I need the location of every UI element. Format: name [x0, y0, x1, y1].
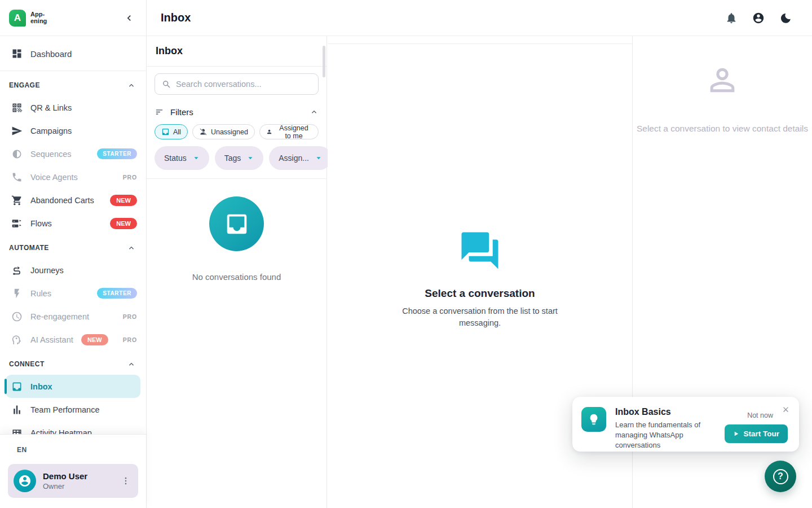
filters-section: Filters All Unassigned Assigned to me: [147, 100, 326, 179]
sidebar-item-qr-links[interactable]: QR & Links: [0, 96, 146, 119]
chevron-up-icon[interactable]: [310, 107, 319, 116]
empty-inbox-icon: [209, 196, 264, 251]
notifications-button[interactable]: [725, 12, 738, 24]
start-tour-label: Start Tour: [744, 430, 780, 438]
chevron-left-icon: [123, 12, 135, 24]
tour-body: Learn the fundamentals of managing Whats…: [615, 420, 716, 450]
sequences-icon: [11, 148, 23, 160]
sidebar-item-label: Team Performance: [30, 405, 100, 414]
chat-toolbar: [328, 36, 632, 44]
pro-tier-label: PRO: [123, 174, 137, 181]
filter-tab-label: Assigned to me: [276, 124, 312, 140]
sidebar-item-ai-assistant[interactable]: AI Assistant NEW PRO: [0, 328, 146, 351]
user-name: Demo User: [43, 471, 87, 481]
sidebar-item-re-engagement[interactable]: Re-engagement PRO: [0, 305, 146, 328]
sidebar-item-team-performance[interactable]: Team Performance: [0, 398, 146, 421]
language-label[interactable]: EN: [17, 446, 146, 454]
sidebar: A App- ening Dashboard ENGAGE QR & Links: [0, 0, 147, 508]
moon-icon: [779, 12, 792, 24]
inbox-icon: [224, 211, 250, 237]
sidebar-item-flows[interactable]: Flows NEW: [0, 212, 146, 235]
sidebar-item-inbox[interactable]: Inbox: [6, 375, 140, 398]
filters-label: Filters: [170, 107, 193, 117]
sidebar-item-abandoned-carts[interactable]: Abandoned Carts NEW: [0, 189, 146, 212]
bar-chart-icon: [11, 404, 23, 415]
filter-tabs: All Unassigned Assigned to me: [155, 124, 319, 139]
sidebar-item-dashboard[interactable]: Dashboard: [0, 41, 146, 67]
section-title: CONNECT: [9, 360, 45, 368]
caret-down-icon: [315, 155, 322, 161]
dashboard-icon: [11, 48, 23, 59]
search-input[interactable]: [176, 80, 311, 89]
inbox-icon: [11, 381, 23, 392]
user-role: Owner: [43, 482, 87, 491]
filter-tab-all[interactable]: All: [155, 124, 188, 139]
brand-logo-icon: A: [9, 10, 26, 27]
caret-down-icon: [193, 155, 200, 161]
contact-empty-state: Select a conversation to view contact de…: [633, 36, 812, 135]
conversations-panel: Inbox Filters All Unassigned: [147, 36, 327, 508]
chat-empty-subtitle: Choose a conversation from the list to s…: [401, 305, 559, 329]
sidebar-item-label: Inbox: [30, 382, 52, 391]
flows-icon: [11, 218, 23, 229]
divider: [0, 71, 146, 71]
sidebar-item-rules[interactable]: Rules STARTER: [0, 282, 146, 305]
section-title: ENGAGE: [9, 81, 40, 89]
heatmap-grid-icon: [11, 427, 23, 435]
assignee-filter-dropdown[interactable]: Assign...: [269, 146, 332, 170]
close-icon: [782, 405, 790, 414]
send-icon: [11, 125, 23, 137]
not-now-button[interactable]: Not now: [747, 411, 773, 419]
person-icon: [266, 128, 272, 136]
filters-header[interactable]: Filters: [155, 103, 319, 121]
sidebar-item-sequences[interactable]: Sequences STARTER: [0, 142, 146, 165]
person-icon: [18, 474, 32, 488]
sidebar-item-campaigns[interactable]: Campaigns: [0, 119, 146, 142]
sidebar-item-label: Journeys: [30, 266, 64, 275]
user-menu-button[interactable]: [118, 473, 134, 489]
sidebar-item-label: Sequences: [30, 150, 72, 159]
account-button[interactable]: [752, 12, 765, 24]
play-icon: [733, 431, 739, 437]
close-button[interactable]: [779, 403, 792, 416]
sidebar-item-activity-heatmap[interactable]: Activity Heatmap: [0, 421, 146, 434]
sidebar-nav: Dashboard ENGAGE QR & Links Campaigns Se…: [0, 36, 146, 434]
sidebar-item-journeys[interactable]: Journeys: [0, 259, 146, 282]
user-meta: Demo User Owner: [43, 471, 87, 491]
person-off-icon: [199, 128, 208, 136]
dropdown-label: Assign...: [279, 154, 309, 163]
sidebar-item-voice-agents[interactable]: Voice Agents PRO: [0, 165, 146, 189]
inbox-icon: [161, 128, 170, 136]
avatar: [14, 470, 36, 492]
new-badge: NEW: [110, 218, 137, 229]
chevron-up-icon[interactable]: [127, 81, 136, 90]
dark-mode-toggle[interactable]: [779, 12, 792, 24]
chat-empty-title: Select a conversation: [425, 287, 535, 300]
clock-icon: [11, 311, 23, 322]
question-mark-icon: ?: [773, 469, 788, 484]
brand-name-line1: App-: [30, 11, 47, 18]
start-tour-button[interactable]: Start Tour: [725, 424, 788, 443]
chevron-up-icon[interactable]: [127, 360, 136, 369]
filter-tab-unassigned[interactable]: Unassigned: [192, 124, 255, 139]
sidebar-item-label: Voice Agents: [30, 173, 78, 182]
chevron-up-icon[interactable]: [127, 243, 136, 252]
tour-popup: Inbox Basics Learn the fundamentals of m…: [572, 397, 799, 452]
sidebar-item-label: Re-engagement: [30, 312, 89, 321]
user-card[interactable]: Demo User Owner: [8, 464, 138, 498]
scrollbar-thumb[interactable]: [323, 46, 325, 77]
sidebar-collapse-button[interactable]: [121, 10, 137, 26]
tags-filter-dropdown[interactable]: Tags: [215, 146, 264, 170]
dropdown-label: Tags: [224, 154, 241, 163]
search-icon: [162, 80, 171, 89]
status-filter-dropdown[interactable]: Status: [155, 146, 209, 170]
qr-code-icon: [11, 102, 23, 113]
help-fab-button[interactable]: ?: [765, 461, 796, 492]
sidebar-item-label: Flows: [30, 219, 52, 228]
sidebar-header: A App- ening: [0, 0, 146, 36]
chat-empty-state: Select a conversation Choose a conversat…: [328, 44, 632, 329]
filter-tab-assigned-to-me[interactable]: Assigned to me: [259, 124, 319, 139]
brand-name: App- ening: [30, 11, 47, 24]
new-badge: NEW: [110, 195, 137, 206]
search-box[interactable]: [155, 73, 319, 95]
